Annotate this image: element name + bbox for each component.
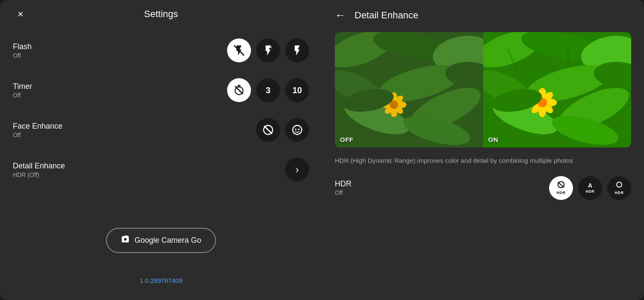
face-enhance-value: Off — [13, 132, 62, 138]
flash-off-icon — [233, 44, 245, 56]
svg-text:A: A — [269, 45, 272, 49]
svg-point-8 — [298, 129, 300, 130]
preview-on-panel: ON — [483, 32, 632, 147]
hdr-setting-row: HDR Off HDR A HDR — [335, 176, 631, 200]
detail-enhance-value: HDR (Off) — [13, 171, 65, 178]
back-arrow-icon: ← — [335, 9, 346, 22]
hdr-on-button[interactable]: HDR — [607, 176, 631, 200]
preview-off-panel: OFF — [335, 32, 483, 147]
timer-off-button[interactable] — [227, 78, 251, 102]
hdr-name: HDR — [335, 179, 352, 188]
hdr-off-icon — [556, 181, 566, 190]
hdr-auto-button[interactable]: A HDR — [578, 176, 602, 200]
face-enhance-controls — [256, 118, 309, 142]
flash-setting-row: Flash Off A — [13, 32, 309, 68]
detail-enhance-panel: ← Detail Enhance — [322, 0, 644, 300]
timer-10-button[interactable]: 10 — [285, 78, 309, 102]
face-enhance-name: Face Enhance — [13, 122, 62, 131]
detail-enhance-title: Detail Enhance — [354, 10, 418, 21]
hdr-value: Off — [335, 189, 352, 196]
hdr-description: HDR (High Dynamic Range) improves color … — [335, 156, 631, 166]
hdr-controls: HDR A HDR HDR — [549, 176, 631, 200]
version-text: 1.0.289787409 — [139, 277, 182, 284]
hdr-on-label: HDR — [615, 191, 624, 195]
close-button[interactable]: × — [13, 6, 28, 22]
settings-header: × Settings — [13, 9, 309, 20]
svg-line-5 — [264, 126, 272, 134]
hdr-on-icon — [615, 181, 623, 190]
svg-point-9 — [300, 126, 301, 127]
face-enhance-label: Face Enhance Off — [13, 122, 62, 138]
gcam-button[interactable]: Google Camera Go — [106, 228, 216, 253]
svg-point-7 — [295, 129, 297, 130]
hdr-auto-label: HDR — [586, 189, 595, 194]
timer-setting-row: Timer Off 3 10 — [13, 72, 309, 108]
detail-enhance-setting-row[interactable]: Detail Enhance HDR (Off) › — [13, 152, 309, 188]
face-off-button[interactable] — [256, 118, 280, 142]
flash-controls: A — [227, 38, 309, 62]
settings-title: Settings — [144, 9, 178, 20]
hdr-auto-icon: A — [588, 182, 592, 188]
detail-enhance-label: Detail Enhance HDR (Off) — [13, 162, 65, 178]
gcam-button-label: Google Camera Go — [134, 236, 201, 245]
face-enhance-on-button[interactable] — [285, 118, 309, 142]
svg-point-56 — [617, 182, 622, 187]
flash-value: Off — [13, 52, 32, 59]
face-off-icon — [262, 124, 274, 136]
camera-icon — [121, 235, 130, 246]
face-enhance-setting-row: Face Enhance Off — [13, 112, 309, 148]
detail-enhance-chevron-button[interactable]: › — [285, 158, 309, 182]
settings-panel: × Settings Flash Off A — [0, 0, 322, 300]
preview-off-image — [335, 32, 483, 147]
flash-on-icon — [291, 44, 303, 56]
hdr-off-label: HDR — [557, 191, 566, 195]
preview-on-image — [483, 32, 632, 147]
hdr-preview-container: OFF — [335, 32, 631, 147]
face-enhance-icon — [291, 124, 303, 136]
flash-auto-button[interactable]: A — [256, 38, 280, 62]
chevron-right-icon: › — [295, 164, 299, 176]
detail-enhance-controls: › — [285, 158, 309, 182]
timer-off-icon — [233, 84, 245, 96]
preview-on-label: ON — [488, 136, 499, 143]
timer-controls: 3 10 — [227, 78, 309, 102]
timer-value: Off — [13, 92, 32, 99]
timer-10-label: 10 — [292, 85, 302, 95]
detail-enhance-header: ← Detail Enhance — [335, 9, 631, 22]
timer-3-label: 3 — [266, 85, 270, 95]
flash-off-button[interactable] — [227, 38, 251, 62]
flash-name: Flash — [13, 42, 32, 51]
hdr-label: HDR Off — [335, 179, 352, 196]
back-button[interactable]: ← — [335, 9, 346, 22]
flash-label: Flash Off — [13, 42, 32, 59]
timer-label: Timer Off — [13, 82, 32, 99]
timer-3-button[interactable]: 3 — [256, 78, 280, 102]
preview-off-label: OFF — [340, 136, 354, 143]
timer-name: Timer — [13, 82, 32, 91]
flash-on-button[interactable] — [285, 38, 309, 62]
flash-auto-icon: A — [262, 44, 274, 56]
detail-enhance-name: Detail Enhance — [13, 162, 65, 171]
hdr-off-button[interactable]: HDR — [549, 176, 573, 200]
